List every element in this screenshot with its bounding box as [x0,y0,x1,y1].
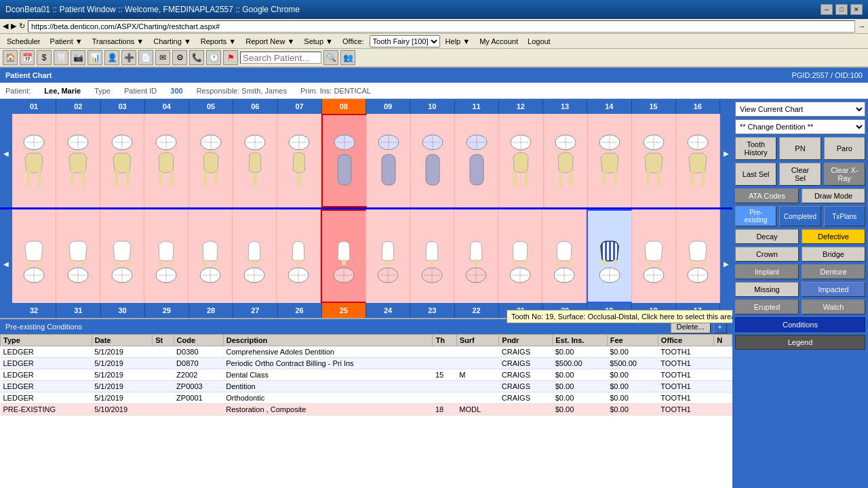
paro-button[interactable]: Paro [824,137,865,160]
lower-tooth-num-28[interactable]: 28 [189,303,233,318]
watch-button[interactable]: Watch [802,300,865,314]
upper-tooth-02[interactable] [56,114,100,207]
menu-patient[interactable]: Patient ▼ [46,36,87,47]
conditions-row-0[interactable]: LEDGER5/1/2019D0380Comprehensive Adoles … [1,346,732,358]
upper-tooth-num-01[interactable]: 01 [12,99,56,114]
toolbar-perio[interactable]: 📊 [87,50,102,65]
toolbar-search-btn[interactable]: 🔍 [323,50,338,65]
defective-button[interactable]: Defective [802,229,865,244]
lower-tooth-17[interactable] [676,209,720,303]
toolbar-settings[interactable]: ⚙ [172,50,187,65]
menu-reports[interactable]: Reports ▼ [197,36,240,47]
conditions-row-5[interactable]: PRE-EXISTING5/10/2019Restoration , Compo… [1,404,732,415]
forward-icon[interactable]: ▶ [11,22,16,30]
upper-tooth-num-02[interactable]: 02 [56,99,100,114]
refresh-icon[interactable]: ↻ [19,22,25,30]
clear-xray-button[interactable]: Clear X-Ray [824,163,865,186]
conditions-row-3[interactable]: LEDGER5/1/2019ZP0003DentitionCRAIGS$0.00… [1,381,732,392]
lower-tooth-num-20[interactable]: 20 [543,303,587,318]
lower-tooth-32[interactable] [12,209,56,303]
lower-tooth-18[interactable] [632,209,676,303]
implant-button[interactable]: Implant [735,264,799,279]
menu-transactions[interactable]: Transactions ▼ [88,36,149,47]
impacted-button[interactable]: Impacted [802,282,865,297]
upper-tooth-num-03[interactable]: 03 [101,99,145,114]
upper-tooth-num-05[interactable]: 05 [189,99,233,114]
lower-tooth-num-17[interactable]: 17 [676,303,720,318]
toolbar-scheduler[interactable]: 📅 [20,50,35,65]
lower-tooth-19[interactable]: Tooth No: 19, Surface: Occlusal-Distal, … [587,209,632,303]
lower-tooth-num-30[interactable]: 30 [101,303,145,318]
upper-tooth-num-11[interactable]: 11 [455,99,499,114]
lower-tooth-27[interactable] [233,209,277,303]
toolbar-ledger[interactable]: $ [37,50,52,65]
next-upper-btn[interactable]: ▶ [720,99,732,207]
lower-tooth-23[interactable] [410,209,454,303]
lower-tooth-25[interactable] [321,209,366,303]
toolbar-new-patient[interactable]: ➕ [121,50,136,65]
lower-tooth-num-23[interactable]: 23 [410,303,454,318]
toolbar-docs[interactable]: 📄 [138,50,153,65]
toolbar-charting[interactable]: 🦷 [54,50,68,65]
prev-upper-btn[interactable]: ◀ [0,99,12,207]
close-button[interactable]: ✕ [850,4,863,15]
missing-button[interactable]: Missing [735,282,799,297]
lower-tooth-num-29[interactable]: 29 [145,303,189,318]
menu-charting[interactable]: Charting ▼ [149,36,195,47]
conditions-row-4[interactable]: LEDGER5/1/2019ZP0001OrthodonticCRAIGS$0.… [1,392,732,404]
toolbar-search-input[interactable] [240,52,321,64]
upper-tooth-num-12[interactable]: 12 [499,99,543,114]
prev-lower-btn[interactable]: ◀ [0,209,12,318]
lower-tooth-num-27[interactable]: 27 [233,303,277,318]
upper-tooth-04[interactable] [144,114,189,207]
lower-tooth-num-22[interactable]: 22 [455,303,499,318]
upper-tooth-num-16[interactable]: 16 [676,99,720,114]
upper-tooth-num-09[interactable]: 09 [366,99,410,114]
lower-tooth-num-31[interactable]: 31 [56,303,100,318]
ata-codes-button[interactable]: ATA Codes [735,188,799,203]
conditions-button[interactable]: Conditions [735,317,865,332]
menu-help[interactable]: Help ▼ [441,36,475,47]
crown-button[interactable]: Crown [735,247,799,262]
change-dentition-dropdown[interactable]: ** Change Dentition ** [735,119,865,134]
upper-tooth-05[interactable] [189,114,233,207]
lower-tooth-30[interactable] [100,209,144,303]
legend-button[interactable]: Legend [735,335,865,350]
toolbar-clock[interactable]: 🕐 [206,50,221,65]
upper-tooth-13[interactable] [544,114,588,207]
lower-tooth-24[interactable] [366,209,410,303]
upper-tooth-12[interactable] [499,114,543,207]
toolbar-flag[interactable]: ⚑ [223,50,238,65]
lower-tooth-num-25[interactable]: 25 [322,303,366,318]
last-sel-button[interactable]: Last Sel [735,163,776,186]
upper-tooth-14[interactable] [588,114,632,207]
tab-tx-plans[interactable]: TxPlans [824,206,865,226]
menu-report-new[interactable]: Report New ▼ [241,36,298,47]
toolbar-patient[interactable]: 👤 [104,50,119,65]
toolbar-users[interactable]: 👥 [340,50,355,65]
toolbar-home[interactable]: 🏠 [3,50,18,65]
toolbar-inbox[interactable]: ✉ [155,50,170,65]
conditions-row-1[interactable]: LEDGER5/1/2019D0870Periodic Ortho Contra… [1,358,732,369]
delete-button[interactable]: Delete... [671,320,711,333]
erupted-button[interactable]: Erupted [735,300,799,314]
menu-scheduler[interactable]: Scheduler [3,36,45,47]
toolbar-xray[interactable]: 📷 [71,50,85,65]
upper-tooth-11[interactable] [455,114,499,207]
menu-setup[interactable]: Setup ▼ [300,36,337,47]
lower-tooth-28[interactable] [189,209,233,303]
draw-mode-button[interactable]: Draw Mode [802,188,865,203]
menu-logout[interactable]: Logout [524,36,555,47]
upper-tooth-03[interactable] [100,114,144,207]
lower-tooth-num-19[interactable]: 19 [587,303,631,318]
lower-tooth-29[interactable] [144,209,189,303]
decay-button[interactable]: Decay [735,229,799,244]
lower-tooth-26[interactable] [277,209,321,303]
back-icon[interactable]: ◀ [3,22,8,30]
upper-tooth-num-14[interactable]: 14 [587,99,631,114]
lower-tooth-20[interactable] [542,209,587,303]
add-button[interactable]: + [713,320,727,333]
clear-sel-button[interactable]: Clear Sel [779,163,821,186]
conditions-row-2[interactable]: LEDGER5/1/2019Z2002Dental Class15MCRAIGS… [1,369,732,381]
lower-tooth-num-26[interactable]: 26 [278,303,322,318]
